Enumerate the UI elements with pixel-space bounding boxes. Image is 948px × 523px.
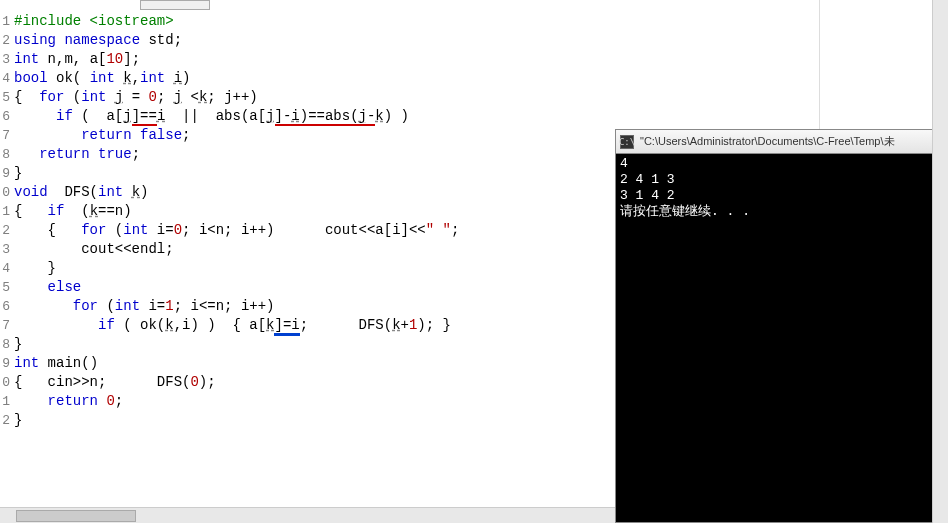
code-text[interactable]: if ( a[j]==i || abs(a[j]-i)==abs(j-k) ) — [12, 107, 409, 126]
code-line[interactable]: 4bool ok( int k,int i) — [0, 69, 459, 88]
line-number: 9 — [0, 354, 12, 373]
code-line[interactable]: 2using namespace std; — [0, 31, 459, 50]
console-window[interactable]: C:\ "C:\Users\Administrator\Documents\C-… — [615, 129, 948, 523]
line-number: 0 — [0, 373, 12, 392]
console-icon: C:\ — [620, 135, 634, 149]
line-number: 8 — [0, 145, 12, 164]
line-number: 8 — [0, 335, 12, 354]
code-line[interactable]: 0{ cin>>n; DFS(0); — [0, 373, 459, 392]
toolbar-dropdown-fragment[interactable] — [140, 0, 210, 10]
code-line[interactable]: 9int main() — [0, 354, 459, 373]
console-title: "C:\Users\Administrator\Documents\C-Free… — [640, 134, 895, 149]
vertical-scrollbar[interactable] — [932, 0, 948, 523]
line-number: 2 — [0, 411, 12, 430]
line-number: 1 — [0, 12, 12, 31]
line-number: 1 — [0, 202, 12, 221]
code-line[interactable]: 7 if ( ok(k,i) ) { a[k]=i; DFS(k+1); } — [0, 316, 459, 335]
code-text[interactable]: else — [12, 278, 81, 297]
code-text[interactable]: for (int i=1; i<=n; i++) — [12, 297, 275, 316]
line-number: 4 — [0, 259, 12, 278]
code-text[interactable]: { if (k==n) — [12, 202, 132, 221]
code-line[interactable]: 7 return false; — [0, 126, 459, 145]
code-line[interactable]: 2} — [0, 411, 459, 430]
line-number: 6 — [0, 107, 12, 126]
code-line[interactable]: 1{ if (k==n) — [0, 202, 459, 221]
line-number: 7 — [0, 126, 12, 145]
line-number: 2 — [0, 31, 12, 50]
code-text[interactable]: int n,m, a[10]; — [12, 50, 140, 69]
code-text[interactable]: using namespace std; — [12, 31, 182, 50]
line-number: 6 — [0, 297, 12, 316]
line-number: 1 — [0, 392, 12, 411]
line-number: 2 — [0, 221, 12, 240]
code-area[interactable]: 1#include <iostream>2using namespace std… — [0, 12, 459, 430]
line-number: 4 — [0, 69, 12, 88]
code-text[interactable]: } — [12, 164, 22, 183]
line-number: 9 — [0, 164, 12, 183]
code-line[interactable]: 8} — [0, 335, 459, 354]
code-line[interactable]: 5{ for (int j = 0; j <k; j++) — [0, 88, 459, 107]
line-number: 7 — [0, 316, 12, 335]
code-line[interactable]: 2 { for (int i=0; i<n; i++) cout<<a[i]<<… — [0, 221, 459, 240]
code-text[interactable]: bool ok( int k,int i) — [12, 69, 191, 88]
code-text[interactable]: } — [12, 335, 22, 354]
code-text[interactable]: { for (int j = 0; j <k; j++) — [12, 88, 258, 107]
code-line[interactable]: 5 else — [0, 278, 459, 297]
line-number: 5 — [0, 278, 12, 297]
line-number: 5 — [0, 88, 12, 107]
code-line[interactable]: 0void DFS(int k) — [0, 183, 459, 202]
code-text[interactable]: void DFS(int k) — [12, 183, 148, 202]
line-number: 0 — [0, 183, 12, 202]
code-line[interactable]: 4 } — [0, 259, 459, 278]
code-text[interactable]: return 0; — [12, 392, 123, 411]
code-text[interactable]: cout<<endl; — [12, 240, 174, 259]
code-line[interactable]: 8 return true; — [0, 145, 459, 164]
code-text[interactable]: { for (int i=0; i<n; i++) cout<<a[i]<<" … — [12, 221, 459, 240]
code-line[interactable]: 6 for (int i=1; i<=n; i++) — [0, 297, 459, 316]
code-text[interactable]: return true; — [12, 145, 140, 164]
code-line[interactable]: 9} — [0, 164, 459, 183]
scrollbar-thumb[interactable] — [16, 510, 136, 522]
line-number: 3 — [0, 50, 12, 69]
code-text[interactable]: if ( ok(k,i) ) { a[k]=i; DFS(k+1); } — [12, 316, 451, 335]
code-text[interactable]: return false; — [12, 126, 190, 145]
code-line[interactable]: 1#include <iostream> — [0, 12, 459, 31]
code-text[interactable]: int main() — [12, 354, 98, 373]
line-number: 3 — [0, 240, 12, 259]
code-text[interactable]: { cin>>n; DFS(0); — [12, 373, 216, 392]
code-text[interactable]: #include <iostream> — [12, 12, 174, 31]
code-line[interactable]: 3int n,m, a[10]; — [0, 50, 459, 69]
code-line[interactable]: 6 if ( a[j]==i || abs(a[j]-i)==abs(j-k) … — [0, 107, 459, 126]
code-line[interactable]: 1 return 0; — [0, 392, 459, 411]
console-output: 4 2 4 1 3 3 1 4 2 请按任意键继续. . . — [616, 154, 947, 222]
code-line[interactable]: 3 cout<<endl; — [0, 240, 459, 259]
console-titlebar[interactable]: C:\ "C:\Users\Administrator\Documents\C-… — [616, 130, 947, 154]
code-text[interactable]: } — [12, 411, 22, 430]
code-text[interactable]: } — [12, 259, 56, 278]
